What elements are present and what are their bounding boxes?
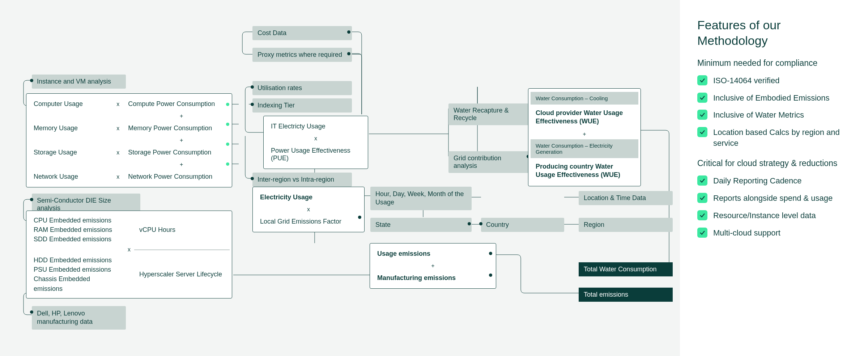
dot [489, 252, 492, 255]
check-icon [697, 175, 707, 186]
wue-box: Water Consumption – Cooling Cloud provid… [528, 88, 641, 186]
cell-memory-power: Memory Power Consumption [123, 121, 230, 135]
wue-head1: Water Consumption – Cooling [531, 92, 638, 105]
cell-embedded-bot: HDD Embedded emissions PSU Embedded emis… [29, 254, 124, 294]
check-icon [697, 210, 707, 220]
section2-title: Critical for cloud strategy & reductions [697, 158, 851, 168]
dot [489, 274, 492, 277]
it-electricity-box: IT Electricty Usage x Power Usage Effect… [263, 116, 368, 169]
check-icon [697, 127, 707, 137]
cell-pue: Power Usage Effectiveness (PUE) [266, 144, 366, 165]
embedded-box: CPU Embedded emissions RAM Embedded emis… [26, 211, 232, 298]
cell-vcpu: vCPU Hours [134, 223, 230, 237]
wue-line1: Cloud provider Water Usage Effectiveness… [531, 106, 638, 129]
check-icon [697, 93, 707, 103]
cell-storage-usage: Storage Usage [29, 145, 113, 160]
tag-util-rates: Utilisation rates [252, 81, 352, 95]
dot [468, 222, 471, 225]
wue-head2: Water Consumption – Electricity Generati… [531, 139, 638, 158]
feature-item: Reports alongside spend & usage [697, 193, 851, 204]
dot [30, 310, 33, 314]
tag-water-recapture: Water Recapture & Recycle [448, 103, 532, 125]
cell-grid-factor: Local Grid Emissions Factor [255, 215, 362, 229]
emissions-box: Usage emissions + Manufacturing emission… [370, 243, 496, 289]
dot [226, 123, 229, 126]
dot [251, 103, 254, 106]
dot [347, 30, 350, 34]
dot [226, 103, 229, 106]
cell-storage-power: Storage Power Consumption [123, 145, 230, 160]
feature-item: ISO-14064 verified [697, 75, 851, 86]
cell-computer-usage: Computer Usage [29, 97, 113, 111]
cell-network-power: Network Power Consumption [123, 170, 230, 184]
feature-item: Location based Calcs by region and servi… [697, 127, 851, 148]
tag-cost-data: Cost Data [252, 26, 352, 40]
usage-box: Computer Usage x Compute Power Consumpti… [26, 93, 232, 187]
feature-item: Daily Reporting Cadence [697, 175, 851, 186]
dot [358, 216, 361, 219]
tag-hour-day: Hour, Day, Week, Month of the Usage [370, 187, 472, 210]
sidebar-title: Features of our Methodology [697, 17, 851, 48]
dot [30, 198, 33, 201]
cell-network-usage: Network Usage [29, 170, 113, 184]
feature-item: Inclusive of Embodied Emissions [697, 93, 851, 103]
tag-proxy-metrics: Proxy metrics where required [252, 48, 352, 62]
feature-item: Inclusive of Water Metrics [697, 110, 851, 120]
tag-region: Region [579, 218, 673, 232]
check-icon [697, 110, 707, 120]
dot [251, 85, 254, 89]
tag-loc-time: Location & Time Data [579, 191, 673, 205]
check-icon [697, 193, 707, 203]
tag-indexing-tier: Indexing Tier [252, 98, 352, 113]
tag-state: State [370, 218, 472, 232]
cell-lifecycle: Hyperscaler Server Lifecycle [134, 267, 230, 281]
wue-line2: Producing country Water Usage Effectiven… [531, 159, 638, 183]
tag-country: Country [481, 218, 564, 232]
check-icon [697, 228, 707, 238]
dot [226, 162, 229, 166]
features-sidebar: Features of our Methodology Minimum need… [680, 0, 868, 356]
cell-elec-usage: Electricity Usage [255, 190, 362, 204]
cell-usage-emissions: Usage emissions [372, 247, 494, 261]
dot [30, 79, 33, 82]
dot [479, 222, 482, 225]
cell-embedded-top: CPU Embedded emissions RAM Embedded emis… [29, 214, 124, 245]
total-emissions: Total emissions [579, 288, 673, 302]
tag-grid-contrib: Grid contribution analysis [448, 151, 532, 173]
tag-dell-hp: Dell, HP, Lenovo manufacturing data [32, 306, 126, 330]
feature-item: Resource/Instance level data [697, 210, 851, 221]
cell-compute-power: Compute Power Consumption [123, 97, 230, 111]
diagram-canvas: Cost Data Proxy metrics where required I… [0, 0, 705, 356]
electricity-usage-box: Electricity Usage x Local Grid Emissions… [252, 187, 365, 232]
dot [226, 143, 229, 146]
check-icon [697, 75, 707, 85]
cell-manuf-emissions: Manufacturing emissions [372, 271, 494, 285]
section1-title: Minimum needed for compliance [697, 58, 851, 68]
tag-inter-region: Inter-region vs Intra-region [252, 173, 352, 187]
cell-memory-usage: Memory Usage [29, 121, 113, 135]
tag-instance-vm: Instance and VM analysis [32, 75, 126, 89]
feature-item: Multi-cloud support [697, 228, 851, 238]
cell-it-usage: IT Electricty Usage [266, 119, 366, 134]
dot [347, 52, 350, 55]
dot [251, 177, 254, 180]
total-water: Total Water Consumption [579, 262, 673, 276]
